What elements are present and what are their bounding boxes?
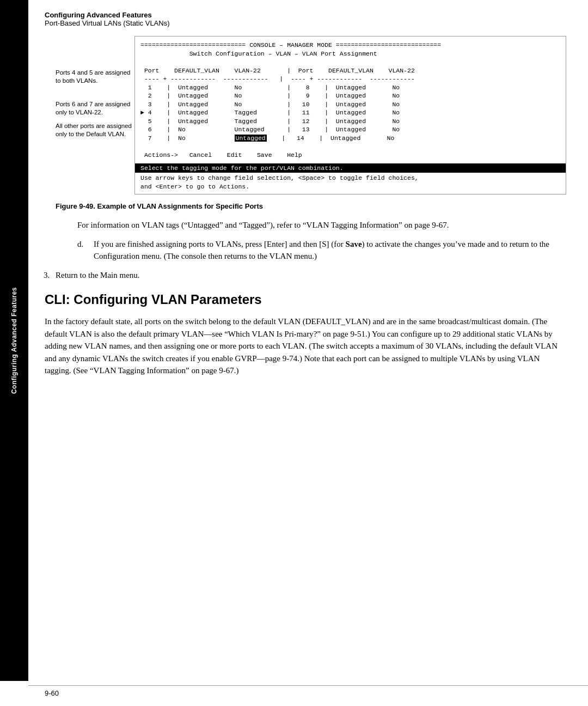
console-hint: Use arrow keys to change field selection… [135,173,566,194]
console-col-header: Port DEFAULT_VLAN VLAN-22 | Port DEFAULT… [140,67,415,74]
list-item-d: d. If you are finished assigning ports t… [94,238,566,263]
header-title: Configuring Advanced Features [45,11,566,19]
console-actions: Actions-> Cancel Edit Save Help [140,151,302,159]
sidebar-label: Configuring Advanced Features [10,287,18,394]
console-title: ============================ CONSOLE – M… [140,41,441,48]
figure-caption: Figure 9-49. Example of VLAN Assignments… [56,202,566,210]
console-row-7: 7 | No Untagged | 14 | Untagged No [140,135,394,142]
annotation-3: All other ports are assigned only to the… [56,122,134,138]
page-number: 9-60 [45,689,59,697]
main-paragraph: In the factory default state, all ports … [45,315,566,377]
console-row-5: 5 | Untagged Tagged | 12 | Untagged No [140,118,400,125]
console-subtitle: Switch Configuration – VLAN – VLAN Port … [140,50,377,57]
annotation-2: Ports 6 and 7 are assigned only to VLAN-… [56,100,134,117]
section-heading: CLI: Configuring VLAN Parameters [45,292,566,308]
annotation-3-text: All other ports are assigned only to the… [56,123,132,137]
sidebar: Configuring Advanced Features [0,0,28,681]
list-d-text1: If you are finished assigning ports to V… [94,240,346,248]
annotations-block: Ports 4 and 5 are assigned to both VLANs… [56,36,134,194]
list-d-bold: Save [346,240,362,248]
console-screen: ============================ CONSOLE – M… [135,36,566,163]
main-content: Configuring Advanced Features Port-Based… [28,0,588,706]
item3-label: 3. [44,269,50,282]
annotation-2-text: Ports 6 and 7 are assigned only to VLAN-… [56,101,130,115]
page-header: Configuring Advanced Features Port-Based… [45,11,566,27]
console-hint-1: Use arrow keys to change field selection… [140,174,419,181]
numbered-item-3: 3. Return to the Main menu. [56,269,566,282]
console-hint-2: and <Enter> to go to Actions. [140,183,249,190]
console-col-divider: ---- + ------------ ------------ | ---- … [140,75,415,82]
console-row-6: 6 | No Untagged | 13 | Untagged No [140,126,400,133]
console-row-3: 3 | Untagged No | 10 | Untagged No [140,101,400,108]
console-row-2: 2 | Untagged No | 9 | Untagged No [140,92,400,99]
list-d-label: d. [77,238,83,251]
header-subtitle: Port-Based Virtual LANs (Static VLANs) [45,19,566,27]
body-para-1: For information on VLAN tags (“Untagged”… [77,219,566,232]
console-screen-wrapper: ============================ CONSOLE – M… [134,36,566,194]
body-para-1-text: For information on VLAN tags (“Untagged”… [77,221,449,229]
item3-text: Return to the Main menu. [56,271,140,279]
annotation-1-text: Ports 4 and 5 are assigned to both VLANs… [56,69,130,84]
footer: 9-60 [28,685,588,697]
figure-container: Ports 4 and 5 are assigned to both VLANs… [56,36,566,194]
highlighted-cell: Untagged [235,135,267,142]
annotation-1: Ports 4 and 5 are assigned to both VLANs… [56,69,134,85]
console-row-4: ► 4 | Untagged Tagged | 11 | Untagged No [140,109,400,116]
console-status-bar: Select the tagging mode for the port/VLA… [135,163,566,173]
console-row-1: 1 | Untagged No | 8 | Untagged No [140,84,400,91]
